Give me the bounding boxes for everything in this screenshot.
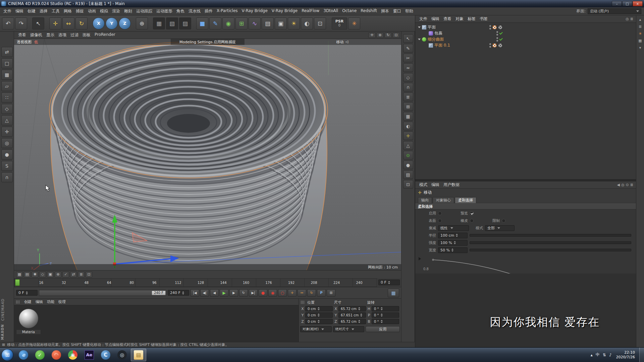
maximize-button[interactable]: □: [622, 1, 632, 6]
range-end-spinner[interactable]: 240 F: [168, 290, 189, 296]
record-options-icon[interactable]: ○: [278, 289, 287, 297]
soft-selection-section-header[interactable]: 柔和选择: [415, 203, 636, 209]
size-field[interactable]: 65.72 cm: [338, 319, 366, 324]
lock-icon[interactable]: ⊙: [626, 183, 629, 187]
rotation-field[interactable]: 0 °: [372, 312, 399, 318]
snap-icon[interactable]: S: [1, 161, 13, 171]
menu-item[interactable]: 插件: [203, 8, 215, 14]
chrome-icon[interactable]: ◉: [65, 349, 80, 361]
rotation-field[interactable]: 0 °: [372, 306, 399, 311]
frame-range-track[interactable]: 240 F: [39, 290, 166, 296]
edges-mode-icon[interactable]: ◇: [1, 104, 13, 114]
polygons-mode-icon[interactable]: △: [1, 115, 13, 125]
knife-icon[interactable]: ✂: [403, 54, 413, 62]
box-icon[interactable]: ⊡: [86, 272, 92, 278]
object-row-wrap[interactable]: 包裹: [415, 30, 502, 36]
play-icon[interactable]: ▶: [220, 289, 228, 297]
workplane-icon[interactable]: ▱: [1, 81, 13, 91]
menu-item[interactable]: 运动图形: [154, 8, 174, 14]
frame-spinner[interactable]: 0 F: [378, 280, 400, 285]
size-field[interactable]: 67.651 cm: [338, 312, 366, 318]
object-row-subdivision[interactable]: 细分曲面: [415, 36, 502, 42]
material-menu-item[interactable]: 纹理: [56, 299, 68, 304]
object-manager-menu-item[interactable]: 对象: [453, 16, 466, 22]
uvw-tag-icon[interactable]: [498, 25, 502, 29]
attribute-menu-item[interactable]: 模式: [417, 182, 429, 188]
object-manager-menu-item[interactable]: 书签: [478, 16, 490, 22]
live-selection-icon[interactable]: ↖: [32, 17, 44, 29]
find-icon[interactable]: ◎: [621, 183, 625, 187]
measure-icon[interactable]: △: [403, 141, 413, 150]
rotate-tool-icon[interactable]: ↻: [75, 17, 88, 29]
attribute-tab[interactable]: 轴向: [418, 197, 432, 203]
go-end-icon[interactable]: ▶|: [249, 289, 258, 297]
undo-icon[interactable]: ↶: [2, 17, 14, 29]
menu-item[interactable]: V-Ray Bridge: [240, 8, 270, 14]
go-start-icon[interactable]: |◀: [191, 289, 199, 297]
coordinate-system-icon[interactable]: ⊕: [136, 17, 148, 29]
menu-item[interactable]: 选择: [38, 8, 50, 14]
coordinate-field[interactable]: 0 cm: [305, 312, 333, 318]
menu-item[interactable]: RealFlow: [300, 8, 321, 14]
magnet-tool-icon[interactable]: ∩: [403, 83, 413, 92]
model-mode-icon[interactable]: □: [1, 58, 13, 68]
environment-icon[interactable]: ◐: [301, 17, 313, 29]
volume-icon[interactable]: ♪: [609, 353, 612, 357]
select-arrow-icon[interactable]: ↖: [403, 34, 413, 43]
keying-grid-icon[interactable]: ⊞: [327, 289, 335, 297]
width-field[interactable]: 50 %: [438, 247, 468, 253]
subdivision-surface-icon[interactable]: ◉: [222, 17, 234, 29]
object-row-plane[interactable]: 平面: [415, 24, 502, 30]
texture-tag-icon[interactable]: [492, 25, 497, 29]
safe-browser-icon[interactable]: ✓: [32, 349, 48, 361]
star-icon[interactable]: ✳: [639, 32, 642, 36]
menu-item[interactable]: 角色: [174, 8, 186, 14]
menu-item[interactable]: V-Ray Bridge: [270, 8, 300, 14]
width-slider[interactable]: [470, 249, 631, 251]
viewport-menu-item[interactable]: 显示: [44, 32, 56, 38]
material-menu-item[interactable]: 编辑: [34, 299, 45, 304]
enable-checkbox[interactable]: [438, 212, 442, 215]
menu-item[interactable]: 网格: [62, 8, 74, 14]
menu-item[interactable]: X-Particles: [215, 8, 240, 14]
menu-item[interactable]: 创建: [25, 8, 38, 14]
simulate-icon[interactable]: ∿: [249, 17, 261, 29]
lock-y-icon[interactable]: Y: [106, 17, 118, 29]
menu-item[interactable]: 窗口: [391, 8, 403, 14]
strength-field[interactable]: 100 %: [438, 240, 468, 246]
edge-tool-icon[interactable]: ◇: [403, 73, 413, 82]
object-manager-menu-item[interactable]: 文件: [417, 16, 429, 22]
menu-item[interactable]: 3DtoAll: [321, 8, 340, 14]
viewport-menu-item[interactable]: 摄像机: [28, 32, 44, 38]
attribute-tab[interactable]: 柔和选择: [455, 197, 476, 203]
view-name[interactable]: 透视视图: [17, 40, 32, 45]
attribute-menu-item[interactable]: 用户数据: [441, 182, 462, 188]
brush-icon[interactable]: ≈: [403, 63, 413, 72]
menu-item[interactable]: 动画: [86, 8, 98, 14]
apply-button[interactable]: 应用: [366, 326, 400, 332]
cloner-icon[interactable]: ⊞: [235, 17, 248, 29]
settings-icon[interactable]: ⊡: [403, 180, 413, 189]
lock-z-icon[interactable]: Z: [119, 17, 131, 29]
menu-item[interactable]: 雕刻: [122, 8, 134, 14]
menu-item[interactable]: Octane: [340, 8, 359, 14]
material-menu-item[interactable]: 创建: [22, 299, 34, 304]
ie-icon[interactable]: e: [16, 349, 31, 361]
menu-item[interactable]: 捕捉: [74, 8, 86, 14]
render-region-icon[interactable]: ▧: [166, 17, 178, 29]
viewport-menu-item[interactable]: 面板: [80, 32, 93, 38]
mirror-icon[interactable]: ◐: [403, 122, 413, 130]
mode-select[interactable]: 全部: [485, 225, 515, 231]
viewport-menu-item[interactable]: 选项: [56, 32, 68, 38]
phong-tag-icon[interactable]: [498, 43, 502, 48]
zoom-view-icon[interactable]: ⊕: [376, 33, 384, 38]
panel-menu-icon[interactable]: ≣: [639, 24, 642, 29]
back-icon[interactable]: ◀: [617, 183, 620, 187]
range-end-label[interactable]: 240 F: [152, 291, 166, 295]
sphere-tool-icon[interactable]: ⊙: [403, 151, 413, 160]
array-icon[interactable]: ▤: [403, 170, 413, 179]
light-icon[interactable]: ☀: [288, 17, 300, 29]
viewport-solo-icon[interactable]: ◎: [1, 138, 13, 148]
film-icon[interactable]: ▤: [24, 272, 31, 278]
scroll-down-icon[interactable]: ▾: [639, 46, 641, 50]
